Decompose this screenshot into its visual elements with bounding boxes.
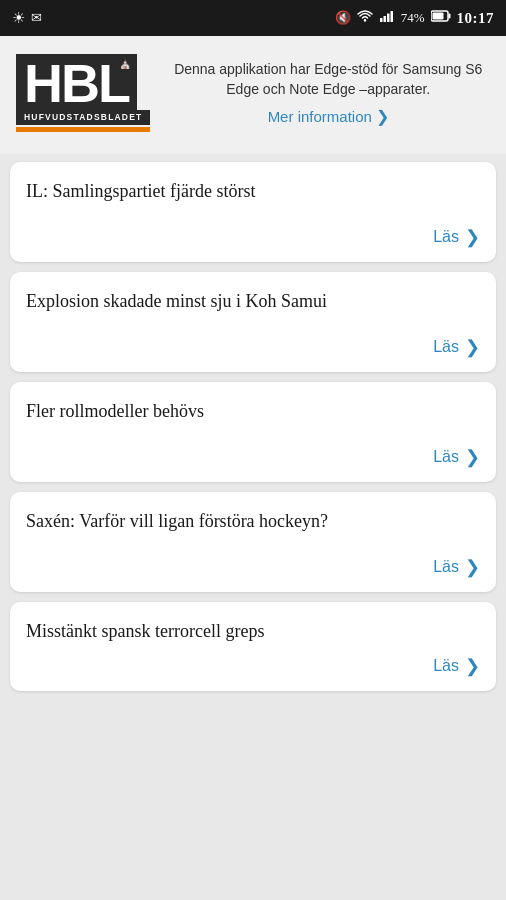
status-left-icons: ☀ ✉ bbox=[12, 9, 42, 27]
news-footer-5[interactable]: Läs ❯ bbox=[26, 655, 480, 677]
logo-area: HBL ⛪ HUFVUDSTADSBLADET bbox=[16, 54, 150, 132]
las-chevron-2: ❯ bbox=[465, 336, 480, 358]
news-title-4: Saxén: Varför vill ligan förstöra hockey… bbox=[26, 510, 480, 533]
las-chevron-1: ❯ bbox=[465, 226, 480, 248]
news-list: IL: Samlingspartiet fjärde störst Läs ❯ … bbox=[0, 154, 506, 699]
battery-percentage: 74% bbox=[401, 10, 425, 26]
svg-rect-6 bbox=[448, 14, 450, 19]
news-card-4[interactable]: Saxén: Varför vill ligan förstöra hockey… bbox=[10, 492, 496, 592]
svg-rect-4 bbox=[390, 11, 393, 22]
header-description-text: Denna applikation har Edge-stöd för Sams… bbox=[166, 60, 490, 99]
logo-subtitle-text: HUFVUDSTADSBLADET bbox=[24, 112, 142, 122]
news-card-1[interactable]: IL: Samlingspartiet fjärde störst Läs ❯ bbox=[10, 162, 496, 262]
news-footer-4[interactable]: Läs ❯ bbox=[26, 556, 480, 578]
news-title-2: Explosion skadade minst sju i Koh Samui bbox=[26, 290, 480, 313]
las-label-3: Läs bbox=[433, 448, 459, 466]
news-title-1: IL: Samlingspartiet fjärde störst bbox=[26, 180, 480, 203]
las-label-2: Läs bbox=[433, 338, 459, 356]
mer-information-link[interactable]: Mer information ❯ bbox=[166, 107, 490, 126]
news-footer-2[interactable]: Läs ❯ bbox=[26, 336, 480, 358]
las-chevron-5: ❯ bbox=[465, 655, 480, 677]
signal-icon bbox=[379, 10, 395, 26]
battery-icon bbox=[431, 10, 451, 26]
las-label-1: Läs bbox=[433, 228, 459, 246]
wifi-icon bbox=[357, 10, 373, 26]
app-header: HBL ⛪ HUFVUDSTADSBLADET Denna applikatio… bbox=[0, 36, 506, 154]
logo-orange-bar bbox=[16, 127, 150, 132]
news-title-5: Misstänkt spansk terrorcell greps bbox=[26, 620, 480, 643]
logo-church-icon: ⛪ bbox=[119, 58, 131, 69]
las-chevron-3: ❯ bbox=[465, 446, 480, 468]
news-footer-3[interactable]: Läs ❯ bbox=[26, 446, 480, 468]
svg-point-0 bbox=[363, 19, 365, 21]
las-label-4: Läs bbox=[433, 558, 459, 576]
mer-information-chevron: ❯ bbox=[376, 107, 389, 126]
time-display: 10:17 bbox=[457, 10, 495, 27]
mer-information-label: Mer information bbox=[268, 108, 372, 125]
las-label-5: Läs bbox=[433, 657, 459, 675]
news-card-2[interactable]: Explosion skadade minst sju i Koh Samui … bbox=[10, 272, 496, 372]
svg-rect-3 bbox=[387, 14, 390, 23]
news-card-3[interactable]: Fler rollmodeller behövs Läs ❯ bbox=[10, 382, 496, 482]
sun-icon: ☀ bbox=[12, 9, 25, 27]
las-chevron-4: ❯ bbox=[465, 556, 480, 578]
message-icon: ✉ bbox=[31, 10, 42, 26]
status-bar: ☀ ✉ 🔇 74% bbox=[0, 0, 506, 36]
mute-icon: 🔇 bbox=[335, 10, 351, 26]
svg-rect-2 bbox=[383, 16, 386, 22]
header-description-area: Denna applikation har Edge-stöd för Sams… bbox=[166, 60, 490, 126]
logo-main-text: HBL bbox=[24, 56, 129, 110]
news-footer-1[interactable]: Läs ❯ bbox=[26, 226, 480, 248]
hbl-logo: HBL ⛪ HUFVUDSTADSBLADET bbox=[16, 54, 150, 132]
news-title-3: Fler rollmodeller behövs bbox=[26, 400, 480, 423]
svg-rect-7 bbox=[432, 13, 443, 20]
news-card-5[interactable]: Misstänkt spansk terrorcell greps Läs ❯ bbox=[10, 602, 496, 691]
svg-rect-1 bbox=[380, 18, 383, 22]
status-right-info: 🔇 74% 10:17 bbox=[335, 10, 494, 27]
